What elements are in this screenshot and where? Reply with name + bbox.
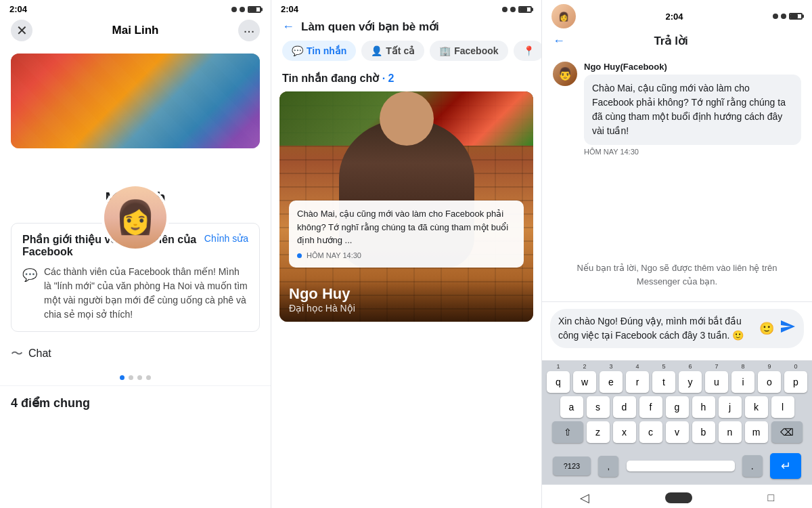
key-u[interactable]: u bbox=[705, 371, 728, 393]
edit-intro-button[interactable]: Chỉnh sửa bbox=[204, 233, 248, 244]
nav-bar: ◁ □ bbox=[542, 484, 812, 508]
numbers-key[interactable]: ?123 bbox=[553, 457, 591, 475]
key-g[interactable]: g bbox=[666, 396, 689, 418]
send-button[interactable] bbox=[780, 318, 796, 339]
keyboard-letter-rows: q w e r t y u i o p a s d f g h j k bbox=[542, 371, 812, 449]
back-button-3[interactable]: ← bbox=[553, 34, 565, 48]
close-button[interactable]: ✕ bbox=[11, 20, 32, 41]
key-x[interactable]: x bbox=[613, 421, 636, 443]
key-3[interactable]: 3 bbox=[599, 363, 623, 370]
wifi-icon-2 bbox=[510, 7, 516, 12]
key-i[interactable]: i bbox=[731, 371, 754, 393]
period-key[interactable]: . bbox=[742, 455, 763, 477]
key-1[interactable]: 1 bbox=[546, 363, 570, 370]
key-7[interactable]: 7 bbox=[704, 363, 729, 370]
bubble-content: Ngo Huy(Facebook) Chào Mai, cậu cũng mới… bbox=[584, 62, 801, 156]
signal-icon-3 bbox=[773, 14, 778, 19]
all-tab-label: Tất cả bbox=[386, 45, 415, 56]
wifi-icon bbox=[240, 7, 245, 12]
key-j[interactable]: j bbox=[719, 396, 742, 418]
chat-row[interactable]: 〜 Chat bbox=[0, 337, 271, 370]
keyboard-row-1: q w e r t y u i o p bbox=[545, 371, 809, 393]
friends-scroll: Tin nhắn đang chờ · 2 Ngo Huy Đại học Hà… bbox=[271, 69, 541, 508]
chat-label: Chat bbox=[28, 347, 51, 360]
key-w[interactable]: w bbox=[573, 371, 596, 393]
shift-key[interactable]: ⇧ bbox=[552, 421, 583, 443]
person-card[interactable]: Ngo Huy Đại học Hà Nội Chào Mai, cậu cũn… bbox=[279, 91, 533, 322]
person-card-message[interactable]: Chào Mai, cậu cũng mới vào làm cho Faceb… bbox=[289, 200, 524, 268]
tab-facebook[interactable]: 🏢 Facebook bbox=[430, 41, 508, 61]
nav-home-button[interactable] bbox=[665, 492, 692, 503]
profile-header: ✕ Mai Linh ··· bbox=[0, 17, 271, 47]
tab-location[interactable]: 📍 bbox=[514, 41, 541, 61]
nav-back-icon[interactable]: ◁ bbox=[580, 490, 589, 505]
all-tab-icon: 👤 bbox=[371, 45, 382, 56]
key-e[interactable]: e bbox=[600, 371, 623, 393]
key-h[interactable]: h bbox=[692, 396, 715, 418]
return-key[interactable]: ↵ bbox=[770, 453, 801, 479]
key-o[interactable]: o bbox=[758, 371, 781, 393]
message-timestamp: HÔM NAY 14:30 bbox=[584, 148, 801, 156]
key-8[interactable]: 8 bbox=[731, 363, 755, 370]
signal-icon bbox=[231, 7, 237, 12]
key-5[interactable]: 5 bbox=[652, 363, 676, 370]
tab-messages[interactable]: 💬 Tin nhắn bbox=[282, 41, 356, 61]
key-d[interactable]: d bbox=[613, 396, 636, 418]
key-y[interactable]: y bbox=[679, 371, 702, 393]
back-button-2[interactable]: ← bbox=[282, 20, 294, 34]
friends-panel: 2:04 ← Làm quen với bạn bè mới 💬 Tin nhắ… bbox=[271, 0, 541, 508]
key-s[interactable]: s bbox=[587, 396, 610, 418]
key-f[interactable]: f bbox=[639, 396, 662, 418]
person-name: Ngo Huy bbox=[289, 285, 524, 303]
status-time-3: 2:04 bbox=[665, 12, 683, 22]
key-a[interactable]: a bbox=[560, 396, 583, 418]
avatar-image: 👩 bbox=[104, 186, 166, 249]
reply-panel: 👩 2:04 ← Trả lời 👨 Ngo Huy(Facebook) Chà… bbox=[541, 0, 812, 508]
tab-all[interactable]: 👤 Tất cả bbox=[361, 41, 424, 61]
time-dot-icon bbox=[297, 253, 302, 258]
key-0[interactable]: 0 bbox=[784, 363, 808, 370]
privacy-note: Nếu bạn trả lời, Ngo sẽ được thêm vào li… bbox=[542, 248, 812, 301]
messages-tab-label: Tin nhắn bbox=[307, 45, 346, 56]
status-time-1: 2:04 bbox=[9, 4, 27, 14]
key-r[interactable]: r bbox=[626, 371, 649, 393]
person-edu: Đại học Hà Nội bbox=[289, 303, 524, 314]
reply-input[interactable]: Xin chào Ngo! Đúng vậy, mình mới bắt đầu… bbox=[558, 314, 754, 343]
backspace-key[interactable]: ⌫ bbox=[771, 421, 803, 443]
key-q[interactable]: q bbox=[547, 371, 570, 393]
key-6[interactable]: 6 bbox=[678, 363, 702, 370]
bg-pattern bbox=[11, 54, 260, 148]
key-t[interactable]: t bbox=[652, 371, 675, 393]
key-l[interactable]: l bbox=[771, 396, 794, 418]
status-icons-3 bbox=[773, 13, 803, 20]
space-key[interactable] bbox=[627, 461, 735, 471]
nav-square-icon[interactable]: □ bbox=[767, 492, 774, 504]
key-b[interactable]: b bbox=[692, 421, 715, 443]
dot-1 bbox=[120, 375, 125, 380]
message-preview: Chào Mai, cậu cũng mới vào làm cho Faceb… bbox=[297, 207, 516, 247]
key-p[interactable]: p bbox=[784, 371, 807, 393]
dot-2 bbox=[129, 375, 133, 380]
emoji-button[interactable]: 🙂 bbox=[759, 321, 774, 336]
friends-header: ← Làm quen với bạn bè mới bbox=[271, 17, 541, 41]
key-z[interactable]: z bbox=[587, 421, 610, 443]
key-c[interactable]: c bbox=[639, 421, 662, 443]
key-k[interactable]: k bbox=[745, 396, 768, 418]
status-icons-2 bbox=[502, 6, 532, 13]
message-text: Chào Mai, cậu cũng mới vào làm cho Faceb… bbox=[584, 75, 801, 145]
comma-key[interactable]: , bbox=[598, 456, 618, 477]
status-icons-1 bbox=[231, 6, 261, 13]
intro-body: 💬 Các thành viên của Facebook thân mến! … bbox=[22, 265, 248, 322]
chat-icon: 〜 bbox=[11, 345, 23, 362]
status-avatar: 👩 bbox=[551, 4, 576, 28]
status-time-2: 2:04 bbox=[281, 4, 298, 14]
reply-header: ← Trả lời bbox=[542, 31, 812, 54]
key-4[interactable]: 4 bbox=[625, 363, 650, 370]
key-v[interactable]: v bbox=[666, 421, 689, 443]
key-9[interactable]: 9 bbox=[757, 363, 782, 370]
more-options-button[interactable]: ··· bbox=[238, 20, 260, 41]
key-n[interactable]: n bbox=[719, 421, 742, 443]
message-time-text: HÔM NAY 14:30 bbox=[307, 251, 361, 259]
key-2[interactable]: 2 bbox=[572, 363, 597, 370]
key-m[interactable]: m bbox=[745, 421, 768, 443]
